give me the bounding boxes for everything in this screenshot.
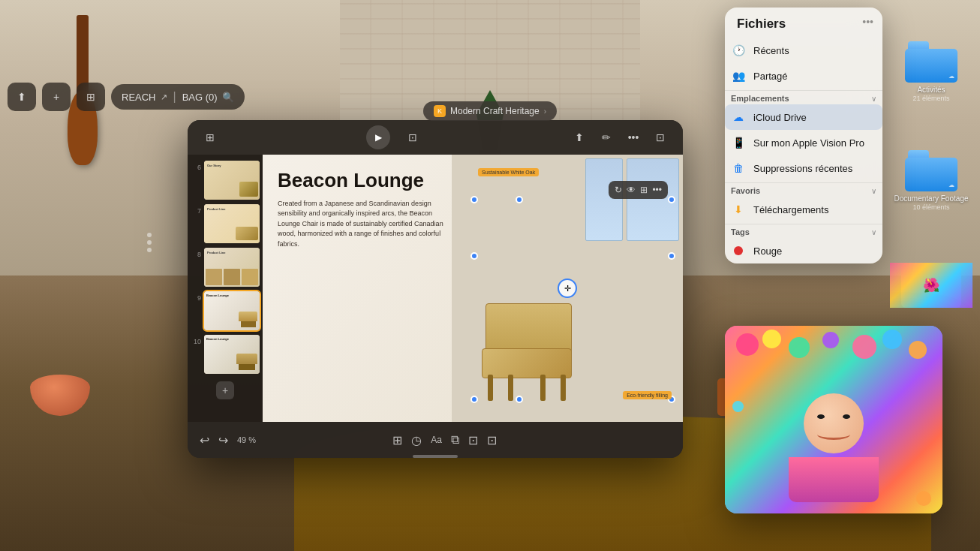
reach-bag-controls: REACH ↗ | BAG (0) 🔍 — [111, 84, 245, 110]
keynote-more-button[interactable]: ••• — [623, 127, 644, 148]
locations-section-header: Emplacements ∨ — [725, 92, 882, 104]
files-rouge-label: Rouge — [753, 245, 876, 257]
present-mode-button[interactable]: ⊡ — [487, 433, 497, 447]
keynote-play-button[interactable]: ▶ — [366, 125, 390, 149]
photo-image — [725, 326, 942, 513]
keynote-layout-button[interactable]: ⊞ — [200, 127, 221, 148]
ar-dot-mr — [668, 252, 675, 260]
slide-thumbnail-9-active: Beacon Lounge — [204, 291, 260, 330]
files-header: Fichiers — [725, 8, 882, 38]
ar-btn-more[interactable]: ••• — [652, 185, 662, 195]
keynote-toolbar: ⊞ ▶ ⊡ ⬆ ✏ ••• ⊡ — [188, 120, 683, 155]
slide-body-text: Created from a Japanese and Scandinavian… — [278, 199, 454, 250]
folder-body-2: ☁ — [905, 158, 957, 191]
files-trash-label: Suppressions récentes — [753, 163, 876, 174]
slide-number-7: 7 — [191, 207, 201, 215]
slide-item-8[interactable]: 8 Product Line — [191, 248, 260, 287]
slide-item-6[interactable]: 6 Our Story — [191, 161, 260, 200]
folder-image-thumbnail: 🌺 — [901, 263, 961, 308]
folder-images[interactable]: 🌺 — [890, 263, 972, 308]
timing-button[interactable]: ◷ — [411, 433, 422, 447]
slide-grid-button[interactable]: ⊞ — [392, 433, 402, 447]
ar-move-handle[interactable]: ✛ — [558, 279, 577, 298]
keynote-toolbar-center: ▶ ⊡ — [366, 125, 423, 149]
chair-leg-rl — [540, 375, 546, 401]
slide-thumbnail-10: Beacon Lounge — [204, 335, 260, 374]
add-button[interactable]: + — [42, 83, 71, 111]
rouge-tag-icon — [731, 243, 746, 258]
keynote-share-button[interactable]: ⬆ — [569, 127, 590, 148]
bowl-decoration — [30, 375, 90, 416]
slide-thumbnail-7: Product Line — [204, 204, 260, 243]
files-item-recents[interactable]: 🕐 Récents — [725, 38, 882, 63]
slide-panel: 6 Our Story 7 Product Line — [188, 155, 263, 422]
ar-dot-tr — [668, 196, 675, 203]
folder-documentary-label: Documentary Footage — [890, 194, 972, 203]
breadcrumb[interactable]: K Modern Craft Heritage › — [423, 101, 557, 121]
favorites-chevron-icon[interactable]: ∨ — [871, 187, 876, 195]
chair-3d-seat — [482, 348, 572, 378]
keynote-bottombar: ↩ ↪ 49 % ⊞ ◷ Aa ⧉ ⊡ ⊡ — [188, 422, 683, 458]
chair-3d-back — [485, 303, 572, 354]
slide-number-10: 10 — [191, 338, 201, 345]
files-panel-title: Fichiers — [737, 17, 786, 32]
slide-item-7[interactable]: 7 Product Line — [191, 204, 260, 243]
files-item-shared[interactable]: 👥 Partagé — [725, 63, 882, 89]
tags-chevron-icon[interactable]: ∨ — [871, 228, 876, 236]
files-more-button[interactable]: ••• — [862, 15, 873, 29]
favorites-section-header: Favoris ∨ — [725, 185, 882, 197]
divider-3 — [725, 224, 882, 224]
locations-chevron-icon[interactable]: ∨ — [871, 95, 876, 103]
undo-button[interactable]: ↩ — [200, 433, 209, 447]
files-item-downloads[interactable]: ⬇ Téléchargements — [725, 197, 882, 222]
slide-item-10[interactable]: 10 Beacon Lounge — [191, 335, 260, 374]
files-item-icloud[interactable]: ☁ iCloud Drive — [725, 104, 882, 130]
files-item-trash[interactable]: 🗑 Suppressions récentes — [725, 155, 882, 181]
folder-activites-label: Activités — [890, 86, 972, 95]
files-item-rouge-tag[interactable]: Rouge — [725, 238, 882, 263]
photo-panel — [725, 326, 942, 513]
folder-activites[interactable]: ☁ Activités 21 éléments — [890, 41, 972, 102]
dot-indicator — [147, 240, 152, 245]
media-button[interactable]: ⊡ — [468, 433, 478, 447]
redo-button[interactable]: ↪ — [218, 433, 228, 447]
files-shared-label: Partagé — [753, 71, 876, 82]
keynote-window: ⊞ ▶ ⊡ ⬆ ✏ ••• ⊡ 6 Our Story — [188, 120, 683, 458]
keynote-sidebar-button[interactable]: ⊡ — [650, 127, 671, 148]
slide-thumb-inner: Product Line — [204, 248, 260, 287]
files-icloud-label: iCloud Drive — [753, 112, 876, 123]
folder-share-badge-2: ☁ — [948, 182, 954, 188]
upload-button[interactable]: ⬆ — [8, 83, 36, 111]
keynote-present-button[interactable]: ⊡ — [402, 127, 423, 148]
shared-icon: 👥 — [731, 68, 746, 83]
text-button[interactable]: Aa — [431, 435, 442, 445]
files-item-vision-pro[interactable]: 📱 Sur mon Apple Vision Pro — [725, 130, 882, 155]
ar-btn-eye[interactable]: 👁 — [627, 185, 636, 195]
ar-dot-tl — [470, 196, 478, 203]
chair-3d-container — [474, 279, 594, 407]
files-recents-label: Récents — [753, 45, 876, 56]
ar-btn-grid[interactable]: ⊞ — [640, 185, 648, 195]
chair-leg-fr — [508, 375, 513, 401]
slide-number-9: 9 — [191, 294, 201, 302]
slide-item-9[interactable]: 9 Beacon Lounge — [191, 291, 260, 330]
slide-room-visual: ✛ Sustainable White Oak Eco-friendly fil… — [452, 155, 683, 422]
divider — [725, 90, 882, 91]
search-icon[interactable]: 🔍 — [222, 92, 234, 103]
keynote-draw-button[interactable]: ✏ — [596, 127, 617, 148]
top-controls: ⬆ + ⊞ REACH ↗ | BAG (0) 🔍 — [8, 83, 245, 111]
folder-documentary[interactable]: ☁ Documentary Footage 10 éléments — [890, 150, 972, 211]
shapes-button[interactable]: ⧉ — [451, 433, 459, 447]
grid-button[interactable]: ⊞ — [77, 83, 105, 111]
keynote-toolbar-left: ⊞ — [200, 127, 221, 148]
tags-section-header: Tags ∨ — [725, 226, 882, 238]
trash-icon: 🗑 — [731, 161, 746, 176]
ar-toolbar: ↻ 👁 ⊞ ••• — [609, 181, 668, 199]
bowl — [30, 375, 90, 416]
tags-label: Tags — [731, 227, 750, 236]
files-downloads-label: Téléchargements — [753, 204, 876, 215]
keynote-icon-letter: K — [437, 107, 442, 115]
ar-btn-rotate[interactable]: ↻ — [615, 185, 622, 195]
add-slide-button[interactable]: + — [216, 381, 234, 399]
favorites-label: Favoris — [731, 186, 760, 195]
